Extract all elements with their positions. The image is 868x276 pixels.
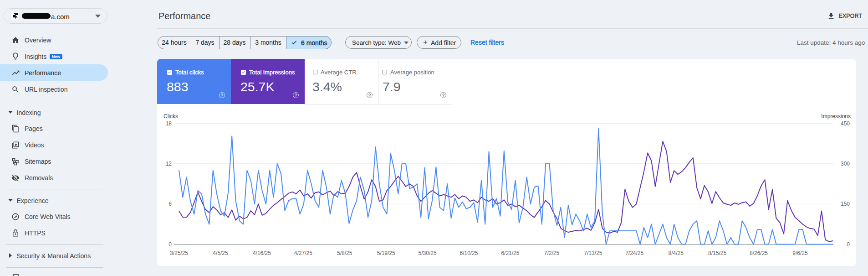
svg-text:6/10/25: 6/10/25 [460,250,478,256]
svg-text:Clicks: Clicks [163,113,178,120]
svg-text:7/2/25: 7/2/25 [544,250,560,256]
svg-text:7/24/25: 7/24/25 [625,250,643,256]
svg-text:5/19/25: 5/19/25 [377,250,395,256]
svg-text:6: 6 [168,201,172,207]
svg-text:4/16/25: 4/16/25 [253,250,271,256]
svg-text:3/25/25: 3/25/25 [170,250,188,256]
svg-text:150: 150 [841,201,850,207]
svg-text:0: 0 [168,241,172,248]
svg-text:Impressions: Impressions [821,113,851,120]
svg-text:0: 0 [847,241,850,248]
svg-text:4/27/25: 4/27/25 [294,250,312,256]
svg-text:9/6/25: 9/6/25 [792,250,808,256]
svg-text:4/5/25: 4/5/25 [213,250,228,256]
svg-text:8/26/25: 8/26/25 [750,250,768,256]
svg-text:5/8/25: 5/8/25 [337,250,352,256]
svg-text:450: 450 [841,120,850,127]
svg-text:5/30/25: 5/30/25 [419,250,437,256]
svg-text:18: 18 [166,120,172,127]
svg-text:7/13/25: 7/13/25 [584,250,602,256]
svg-text:8/15/25: 8/15/25 [708,250,726,256]
svg-text:300: 300 [841,161,850,167]
svg-text:8/4/25: 8/4/25 [669,250,684,256]
svg-text:6/21/25: 6/21/25 [501,250,519,256]
svg-text:12: 12 [166,161,172,167]
